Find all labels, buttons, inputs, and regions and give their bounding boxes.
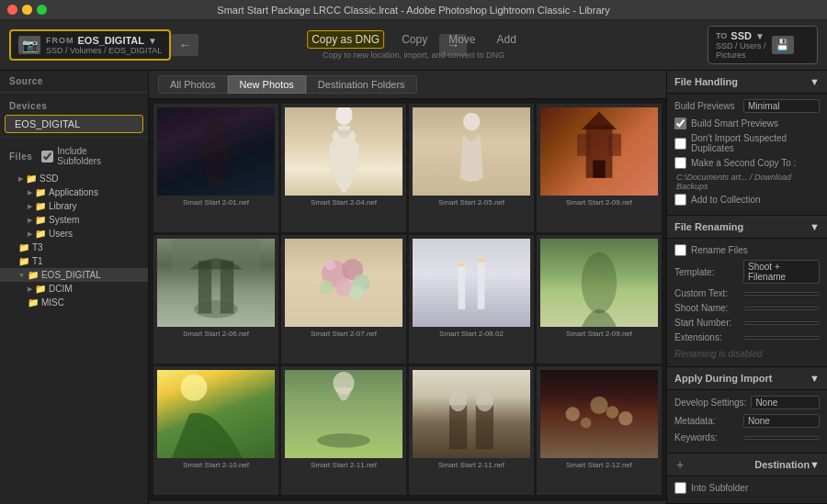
destination-content: Into Subfolder bbox=[667, 476, 827, 504]
metadata-value[interactable]: None bbox=[743, 414, 820, 428]
applications-item[interactable]: ▶ 📁 Applications bbox=[0, 185, 148, 199]
include-subfolders-checkbox[interactable] bbox=[41, 151, 53, 162]
to-dropdown-icon[interactable]: ▼ bbox=[755, 31, 765, 41]
photo-thumbnail bbox=[540, 107, 658, 196]
add-to-collection-checkbox[interactable] bbox=[674, 194, 686, 206]
copy-as-dng-button[interactable]: Copy as DNG bbox=[307, 30, 384, 49]
t3-item[interactable]: 📁 T3 bbox=[0, 241, 148, 254]
svg-point-26 bbox=[317, 433, 370, 447]
photo-cell-outside[interactable]: Smart Start 2-06.nef bbox=[153, 235, 278, 364]
tab-all-photos[interactable]: All Photos bbox=[158, 75, 228, 94]
minimize-button[interactable] bbox=[22, 5, 32, 15]
file-renaming-content: Rename Files Template: Shoot + Filename … bbox=[667, 239, 827, 367]
photo-name: Smart Start 2-07.nef bbox=[311, 330, 377, 338]
photo-cell-outdoor[interactable]: Smart Start 2-09.nef bbox=[537, 235, 662, 364]
users-item[interactable]: ▶ 📁 Users bbox=[0, 227, 148, 241]
t1-item[interactable]: 📁 T1 bbox=[0, 254, 148, 268]
file-handling-content: Build Previews Minimal Build Smart Previ… bbox=[667, 94, 827, 216]
files-title: Files bbox=[9, 151, 32, 162]
file-renaming-collapse-icon: ▼ bbox=[810, 221, 820, 232]
from-section[interactable]: 📷 FROM EOS_DIGITAL ▼ SSD / Volumes / EOS… bbox=[9, 29, 171, 61]
into-subfolder-label: Into Subfolder bbox=[691, 483, 748, 493]
filter-tabs: All Photos New Photos Destination Folder… bbox=[149, 71, 666, 99]
eos-digital-device[interactable]: EOS_DIGITAL bbox=[5, 115, 143, 133]
rename-files-checkbox[interactable] bbox=[674, 244, 686, 256]
svg-point-25 bbox=[181, 375, 208, 401]
build-smart-previews-checkbox[interactable] bbox=[674, 118, 686, 129]
make-second-copy-checkbox[interactable] bbox=[674, 157, 686, 169]
library-item[interactable]: ▶ 📁 Library bbox=[0, 199, 148, 213]
keywords-value[interactable] bbox=[743, 436, 820, 440]
photo-cell-bride-2[interactable]: Smart Start 2-05.nef bbox=[409, 104, 534, 232]
misc-item[interactable]: 📁 MISC bbox=[0, 296, 148, 309]
photo-name: Smart Start 2-10.nef bbox=[183, 461, 249, 469]
add-destination-button[interactable]: + bbox=[674, 457, 685, 472]
svg-point-23 bbox=[478, 259, 485, 263]
develop-settings-value[interactable]: None bbox=[751, 396, 820, 409]
photo-cell-first[interactable]: Smart Start 2-01.nef bbox=[153, 104, 278, 232]
fullscreen-button[interactable] bbox=[37, 5, 47, 15]
photo-thumbnail bbox=[157, 107, 275, 196]
prev-arrow-button[interactable]: ← bbox=[171, 34, 198, 56]
renaming-disabled-text: Renaming is disabled bbox=[674, 347, 820, 361]
tab-new-photos[interactable]: New Photos bbox=[228, 75, 306, 94]
into-subfolder-checkbox[interactable] bbox=[674, 482, 686, 494]
custom-text-value[interactable] bbox=[743, 292, 820, 296]
dcim-item[interactable]: ▶ 📁 DCIM bbox=[0, 282, 148, 296]
include-subfolders-label: Include Subfolders bbox=[57, 146, 130, 166]
svg-rect-28 bbox=[449, 405, 467, 449]
shoot-name-value[interactable] bbox=[743, 307, 820, 310]
photo-cell-outdoor-2[interactable]: Smart Start 2-11.nef bbox=[281, 366, 406, 495]
destination-collapse-icon: ▼ bbox=[810, 459, 820, 470]
photo-cell-flowers[interactable]: Smart Start 2-07.nef bbox=[281, 235, 406, 364]
move-button[interactable]: Move bbox=[445, 31, 479, 48]
from-path: SSD / Volumes / EOS_DIGITAL bbox=[46, 46, 162, 55]
dont-import-duplicates-checkbox[interactable] bbox=[674, 138, 686, 150]
photo-cell-bride-1[interactable]: Smart Start 2-04.nef bbox=[281, 104, 406, 232]
file-renaming-header[interactable]: File Renaming ▼ bbox=[667, 216, 827, 239]
build-previews-label: Build Previews bbox=[674, 101, 739, 111]
to-folder: Pictures bbox=[716, 50, 766, 60]
template-value[interactable]: Shoot + Filename bbox=[743, 260, 820, 284]
eos-digital-tree-item[interactable]: ▼ 📁 EOS_DIGITAL bbox=[0, 268, 148, 282]
system-item[interactable]: ▶ 📁 System bbox=[0, 213, 148, 227]
devices-title: Devices bbox=[0, 95, 148, 114]
photo-grid: Smart Start 2-01.nef Smart Start 2-04.ne… bbox=[149, 99, 666, 499]
destination-title: Destination bbox=[754, 459, 810, 470]
copy-button[interactable]: Copy bbox=[398, 31, 431, 48]
svg-point-31 bbox=[476, 390, 493, 411]
photo-cell-candles[interactable]: Smart Start 2-08.02 bbox=[409, 235, 534, 364]
svg-point-36 bbox=[606, 406, 618, 418]
photo-cell-ceremony[interactable]: Smart Start 2-11.nef bbox=[409, 366, 534, 495]
apply-during-import-header[interactable]: Apply During Import ▼ bbox=[667, 367, 827, 390]
metadata-label: Metadata: bbox=[674, 416, 739, 426]
photo-name: Smart Start 2-11.nef bbox=[438, 461, 504, 469]
to-section[interactable]: TO SSD ▼ SSD / Users / Pictures 💾 bbox=[708, 26, 818, 64]
extensions-value[interactable] bbox=[743, 336, 820, 340]
photo-thumbnail bbox=[540, 239, 658, 327]
build-previews-value[interactable]: Minimal bbox=[743, 99, 820, 113]
from-dropdown-icon[interactable]: ▼ bbox=[148, 36, 157, 46]
svg-point-3 bbox=[463, 113, 480, 130]
start-number-value[interactable] bbox=[743, 321, 820, 325]
destination-header[interactable]: Destination ▼ bbox=[685, 459, 820, 470]
svg-rect-7 bbox=[577, 134, 590, 156]
add-button[interactable]: Add bbox=[493, 31, 520, 48]
photo-cell-sunlight[interactable]: Smart Start 2-10.nef bbox=[153, 366, 278, 495]
traffic-lights bbox=[7, 5, 47, 15]
hdd-icon: 💾 bbox=[772, 36, 794, 54]
photo-cell-reception[interactable]: Smart Start 2-12.nef bbox=[537, 366, 662, 495]
extensions-label: Extensions: bbox=[674, 332, 739, 342]
photo-cell-church[interactable]: Smart Start 2-09.nef bbox=[537, 104, 662, 232]
left-sidebar: Source Devices EOS_DIGITAL Files Include… bbox=[0, 71, 149, 504]
svg-point-18 bbox=[325, 260, 336, 271]
to-path: SSD / Users / bbox=[716, 41, 766, 50]
close-button[interactable] bbox=[7, 5, 17, 15]
apply-during-import-content: Develop Settings: None Metadata: None Ke… bbox=[667, 390, 827, 454]
shoot-name-label: Shoot Name: bbox=[674, 303, 739, 313]
apply-during-import-title: Apply During Import bbox=[674, 373, 772, 384]
tab-destination-folders[interactable]: Destination Folders bbox=[306, 75, 417, 94]
file-handling-header[interactable]: File Handling ▼ bbox=[667, 71, 827, 94]
action-description: Copy to new location, import, and conver… bbox=[323, 50, 504, 60]
ssd-item[interactable]: ▶ 📁 SSD bbox=[0, 172, 148, 185]
